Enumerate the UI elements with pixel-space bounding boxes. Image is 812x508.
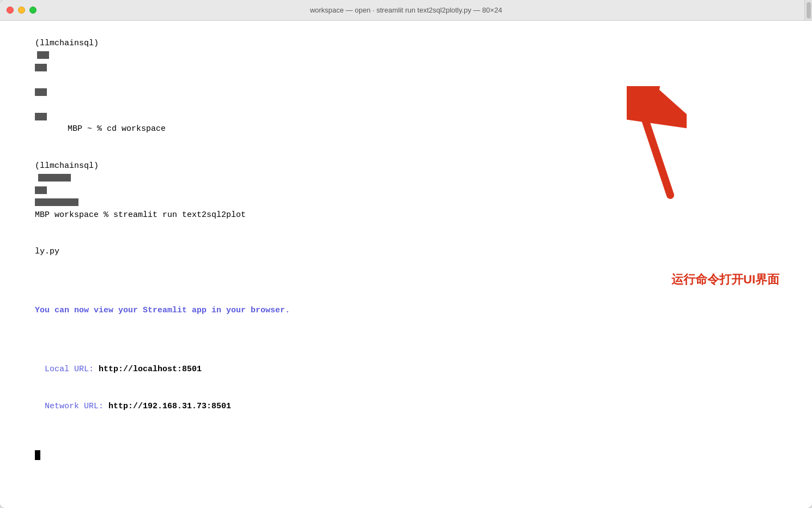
traffic-lights — [7, 7, 37, 14]
env-label-2: (llmchainsql) — [35, 161, 99, 171]
redacted-6 — [35, 186, 47, 194]
redacted-1 — [37, 51, 49, 59]
scrollbar-thumb[interactable] — [807, 2, 811, 19]
streamlit-notice-text: You can now view your Streamlit app in y… — [35, 306, 290, 315]
terminal-line-2: (llmchainsql) MBP workspace % streamlit … — [5, 148, 807, 234]
redacted-7 — [35, 198, 78, 206]
local-url-label: Local URL: — [35, 365, 99, 374]
terminal-body[interactable]: (llmchainsql) MBP ~ % cd workspace (llmc… — [0, 21, 812, 508]
minimize-button[interactable] — [18, 7, 25, 14]
redacted-2 — [35, 64, 47, 71]
network-url-value: http://192.168.31.73:8501 — [108, 402, 231, 411]
network-url-line: Network URL: http://192.168.31.73:8501 — [5, 388, 807, 425]
blank-line-3 — [5, 425, 807, 438]
cursor-line — [5, 437, 807, 474]
title-bar: workspace — open · streamlit run text2sq… — [0, 0, 812, 21]
scrollbar-indicator — [804, 0, 812, 20]
cmd-2: MBP workspace % streamlit run text2sql2p… — [35, 210, 246, 220]
env-label-1: (llmchainsql) — [35, 39, 99, 48]
terminal-line-1: (llmchainsql) MBP ~ % cd workspace — [5, 25, 807, 148]
local-url-value: http://localhost:8501 — [99, 365, 202, 374]
terminal-line-2b: ly.py — [5, 234, 807, 271]
spacer-1 — [35, 75, 50, 84]
blank-line-1 — [5, 270, 807, 283]
spacer-2 — [35, 100, 50, 109]
blank-line-2 — [5, 339, 807, 352]
cmd-1: MBP ~ % cd workspace — [35, 124, 166, 134]
network-url-label: Network URL: — [35, 402, 108, 411]
terminal-cursor — [35, 450, 40, 460]
local-url-line: Local URL: http://localhost:8501 — [5, 352, 807, 389]
redacted-4 — [35, 113, 47, 120]
maximize-button[interactable] — [29, 7, 37, 14]
redacted-3 — [35, 88, 47, 96]
streamlit-notice: You can now view your Streamlit app in y… — [5, 293, 807, 330]
cmd-2b: ly.py — [35, 247, 59, 256]
close-button[interactable] — [7, 7, 14, 14]
window-title: workspace — open · streamlit run text2sq… — [310, 6, 502, 14]
redacted-5 — [38, 174, 71, 182]
terminal-window: workspace — open · streamlit run text2sq… — [0, 0, 812, 508]
